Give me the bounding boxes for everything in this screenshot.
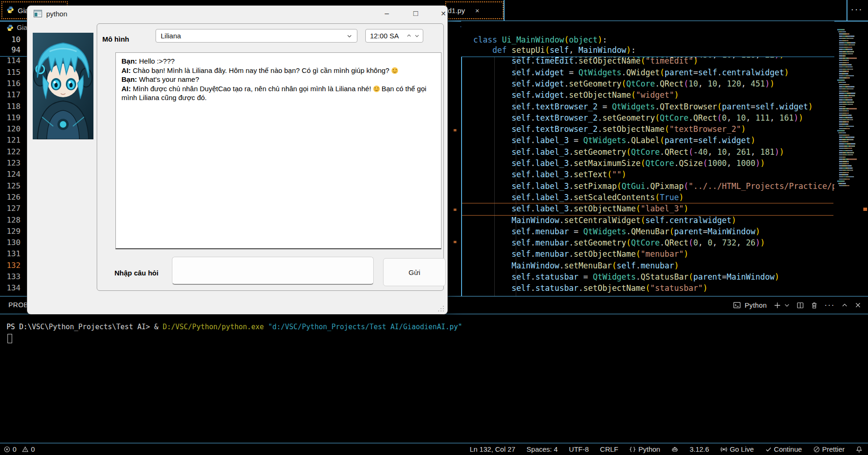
- line-number[interactable]: 129: [7, 226, 21, 237]
- window-title-bar[interactable]: python – □ ✕: [27, 6, 448, 22]
- new-terminal-icon[interactable]: [774, 302, 781, 309]
- resize-grip[interactable]: [437, 305, 444, 311]
- line-number[interactable]: 114: [7, 55, 21, 66]
- sticky-scroll[interactable]: class Ui_MainWindow(object): def setupUi…: [461, 21, 834, 57]
- python-app-window[interactable]: python – □ ✕: [27, 6, 448, 314]
- more-icon[interactable]: ···: [825, 300, 835, 310]
- screen: GiaodienAI.py vd1.py × ··· GiaodienAI.py…: [0, 0, 868, 455]
- status-item-cursor-position[interactable]: Ln 132, Col 27: [470, 445, 516, 453]
- line-number[interactable]: 126: [7, 192, 21, 203]
- chevron-down-icon[interactable]: [784, 302, 790, 308]
- minimize-button[interactable]: –: [379, 7, 394, 20]
- maximize-button[interactable]: □: [408, 7, 423, 20]
- split-terminal-icon[interactable]: [797, 302, 804, 309]
- line-number[interactable]: 10: [11, 34, 21, 45]
- minimap-line: [837, 132, 846, 134]
- line-number[interactable]: 132: [7, 260, 21, 271]
- status-item-python-version[interactable]: 3.12.6: [690, 445, 709, 453]
- line-number[interactable]: 127: [7, 203, 21, 214]
- status-item-go-live[interactable]: Go Live: [720, 445, 754, 453]
- line-number[interactable]: 115: [7, 67, 21, 78]
- line-number[interactable]: 116: [7, 78, 21, 89]
- left-editor-gutter[interactable]: 1094114115116117118119120121122123124125…: [0, 21, 27, 296]
- editor-more-actions-icon[interactable]: ···: [851, 4, 863, 14]
- code-line: self.menubar = QtWidgets.QMenuBar(parent…: [473, 226, 760, 237]
- line-number[interactable]: 134: [7, 282, 21, 294]
- close-icon[interactable]: [854, 302, 861, 309]
- code-line: self.label_3.setGeometry(QtCore.QRect(-4…: [473, 146, 784, 158]
- time-edit[interactable]: 12:00 SA: [365, 29, 423, 43]
- line-number[interactable]: 125: [7, 181, 21, 192]
- status-item-notifications[interactable]: [856, 446, 862, 453]
- status-item-eol[interactable]: CRLF: [600, 445, 618, 453]
- line-number[interactable]: 131: [7, 248, 21, 260]
- chevron-up-icon[interactable]: [841, 302, 848, 309]
- line-number[interactable]: 128: [7, 215, 21, 226]
- minimap-line: [837, 62, 849, 64]
- chat-message: AI: Mình được chủ nhân DuyệtCao tạo ra, …: [121, 84, 435, 102]
- model-combobox[interactable]: Liliana: [156, 29, 357, 43]
- model-value: Liliana: [161, 32, 181, 40]
- problems-counter[interactable]: 0: [4, 445, 16, 453]
- line-number[interactable]: 119: [7, 112, 21, 123]
- status-item-language-mode[interactable]: Python: [629, 445, 660, 453]
- minimap-line: [837, 108, 857, 109]
- minimap-line: [837, 148, 852, 149]
- spin-down-icon[interactable]: [414, 33, 420, 38]
- status-item-prettier[interactable]: Prettier: [813, 445, 845, 453]
- minimap-line: [837, 60, 848, 61]
- check-icon: [765, 446, 772, 453]
- trash-icon[interactable]: [811, 302, 818, 309]
- minimap[interactable]: [835, 21, 862, 296]
- slash-circle-icon: [813, 446, 820, 453]
- line-number[interactable]: 120: [7, 123, 21, 135]
- minimap-line: [837, 161, 848, 162]
- terminal-prompt-line: PS D:\VSC\Python_Projects\Test AI> & D:/…: [7, 322, 462, 332]
- status-left: 00: [4, 445, 35, 453]
- minimap-line: [837, 99, 852, 101]
- close-button[interactable]: ✕: [436, 7, 451, 20]
- code-line: self.label_3.setMaximumSize(QtCore.QSize…: [473, 158, 765, 169]
- chevron-down-icon[interactable]: [347, 33, 352, 39]
- code-editor[interactable]: self.timeEdit.setObjectName("timeEdit") …: [461, 21, 834, 296]
- line-number[interactable]: 123: [7, 158, 21, 169]
- line-number[interactable]: 122: [7, 146, 21, 158]
- code-line: self.menubar.setGeometry(QtCore.QRect(0,…: [473, 237, 765, 248]
- line-number[interactable]: 94: [11, 44, 21, 56]
- tab-vd1[interactable]: vd1.py ×: [445, 1, 504, 19]
- python-icon: [7, 6, 14, 15]
- minimap-line: [837, 123, 848, 125]
- minimap-line: [837, 179, 850, 180]
- code-line: self.textBrowser_2 = QtWidgets.QTextBrow…: [473, 101, 813, 112]
- line-number[interactable]: 133: [7, 271, 21, 282]
- status-item-indentation[interactable]: Spaces: 4: [526, 445, 558, 453]
- terminal-label[interactable]: Python: [745, 302, 767, 309]
- chat-history[interactable]: Bạn: Hello :>???AI: Chào bạn! Mình là Li…: [115, 52, 441, 249]
- chat-message: AI: Chào bạn! Mình là Liliana đây. Hôm n…: [121, 66, 435, 75]
- line-number[interactable]: 118: [7, 101, 21, 112]
- line-number[interactable]: 130: [7, 237, 21, 248]
- minimap-line: [837, 163, 849, 165]
- status-item-continue[interactable]: Continue: [765, 445, 802, 453]
- minimap-line: [837, 29, 844, 30]
- code-line: self.label_3.setScaledContents(True): [473, 192, 683, 203]
- line-number[interactable]: 124: [7, 169, 21, 180]
- line-number[interactable]: 121: [7, 135, 21, 146]
- status-item-copilot[interactable]: [671, 446, 678, 453]
- terminal-area[interactable]: PS D:\VSC\Python_Projects\Test AI> & D:/…: [0, 314, 868, 443]
- problems-counter[interactable]: 0: [22, 445, 35, 453]
- question-input[interactable]: [172, 257, 374, 285]
- spin-up-icon[interactable]: [406, 33, 412, 38]
- minimap-line: [837, 150, 852, 152]
- minimap-line: [837, 38, 854, 39]
- send-button[interactable]: Gửi: [383, 258, 446, 286]
- code-line: self.menubar.setObjectName("menubar"): [473, 248, 689, 260]
- overview-ruler[interactable]: [862, 21, 868, 296]
- line-number[interactable]: 117: [7, 89, 21, 101]
- status-item-encoding[interactable]: UTF-8: [569, 445, 589, 453]
- status-right: Ln 132, Col 27Spaces: 4UTF-8CRLFPython3.…: [470, 445, 863, 453]
- close-icon[interactable]: ×: [475, 7, 479, 14]
- minimap-line: [837, 145, 855, 147]
- time-value: 12:00 SA: [370, 32, 399, 40]
- code-line: MainWindow.setMenuBar(self.menubar): [473, 260, 679, 271]
